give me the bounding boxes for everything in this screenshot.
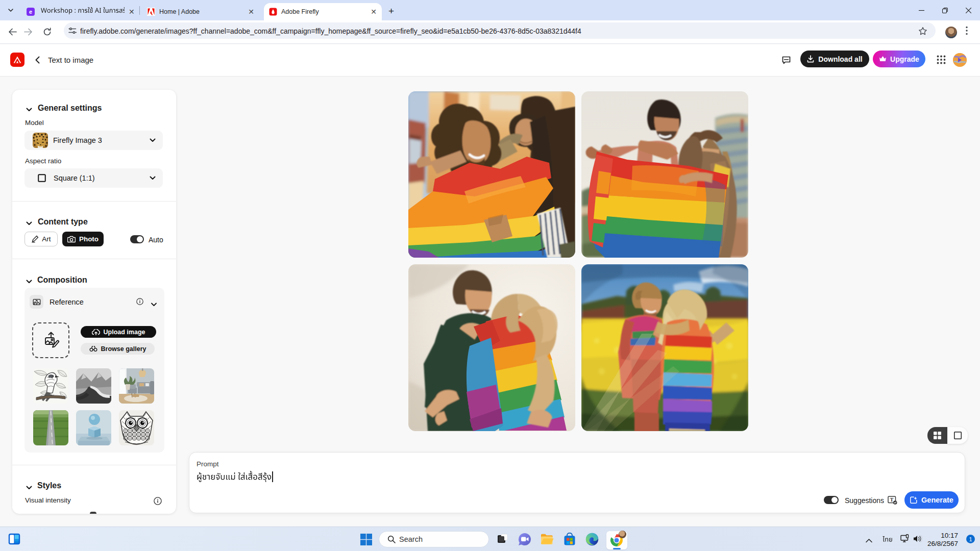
svg-text:T: T: [890, 497, 894, 503]
svg-text:e: e: [29, 9, 32, 15]
